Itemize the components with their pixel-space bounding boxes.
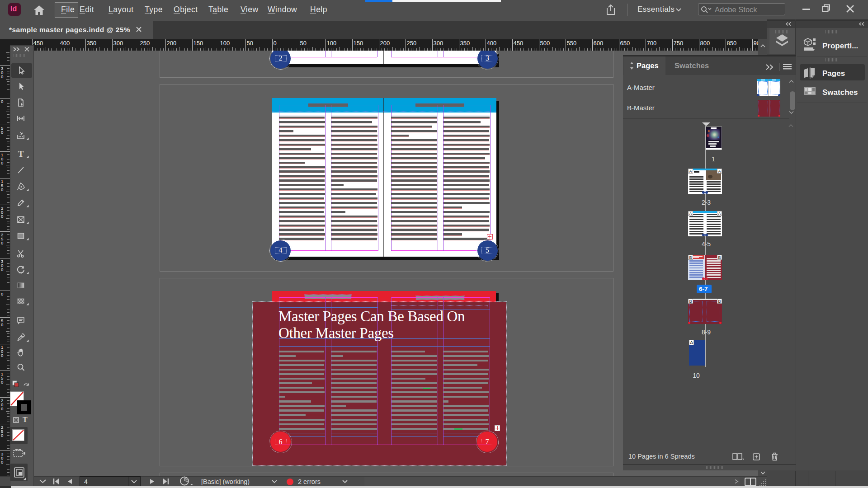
svg-text:T: T xyxy=(18,149,24,158)
